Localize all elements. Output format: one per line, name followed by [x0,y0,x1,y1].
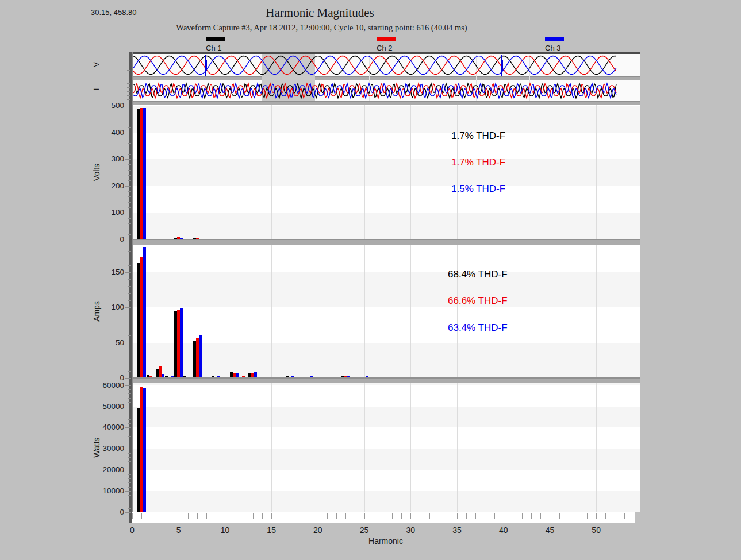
y-major-tick [125,407,131,407]
voltage-waveform [132,54,640,76]
x-tick [504,513,504,519]
voltage-strip-label: V [92,56,101,74]
y-minor-tick [128,466,131,466]
y-major-tick [125,427,131,428]
y-minor-tick [128,504,131,504]
y-minor-tick [128,482,131,483]
x-axis-title: Harmonic [351,536,420,546]
y-minor-tick [128,436,131,437]
waveform-cursor-handle-1[interactable] [205,60,207,71]
capture-subtitle: Waveform Capture #3, Apr 18 2012, 12:00:… [0,23,643,33]
current-waveform [132,80,640,101]
y-minor-tick [128,335,131,336]
x-tick [151,513,151,519]
x-tick-label: 0 [121,526,144,535]
y-major-tick [125,449,131,449]
amps-bar-h5-ch3 [180,308,183,378]
x-tick [141,513,142,519]
amps-bar-h1-ch1 [137,263,140,378]
x-tick [475,513,476,519]
chart-baseline [133,377,640,378]
y-minor-tick [128,419,131,420]
amps-bar-h7-ch1 [193,341,196,378]
x-tick [160,513,160,519]
y-major-tick [125,512,131,513]
y-minor-tick [128,138,131,138]
y-minor-tick [128,286,131,287]
strip-y-tick [127,87,130,88]
volts-chart[interactable] [133,105,640,240]
watts-chart[interactable] [133,383,640,512]
y-minor-tick [128,478,131,479]
x-tick [235,513,235,519]
y-major-tick [125,307,131,308]
y-minor-tick [128,300,131,301]
y-major-tick [125,378,131,379]
y-tick-label: 200 [90,181,124,190]
y-minor-tick [128,207,131,208]
x-tick-label: 50 [585,526,608,535]
y-minor-tick [128,445,131,445]
strip-y-tick [127,70,130,71]
y-minor-tick [128,293,131,294]
y-major-tick [125,159,131,160]
y-tick-label: 10000 [90,486,124,495]
x-tick [170,513,170,519]
x-tick [410,513,411,519]
waveform-cursor-handle-2[interactable] [501,60,503,71]
y-minor-tick [128,474,131,475]
y-minor-tick [128,495,131,496]
watts-bars [133,383,640,512]
watts-bar-h1-ch3 [143,388,146,512]
y-minor-tick [128,117,131,117]
y-minor-tick [128,223,131,224]
y-tick-label: 0 [90,508,124,516]
amps-chart[interactable] [133,245,640,378]
y-major-tick [125,272,131,273]
amps-bar-h5-ch2 [177,310,180,378]
y-minor-tick [128,364,131,364]
y-tick-label: 0 [90,235,124,244]
volts-bars [133,105,640,240]
x-tick [132,513,133,519]
x-tick [345,513,346,519]
y-minor-tick [128,393,131,394]
y-minor-tick [128,265,131,266]
x-tick [281,513,281,519]
x-tick-label: 30 [399,526,422,535]
x-tick [253,513,254,519]
strip-y-tick [127,95,130,96]
y-major-tick [125,240,131,240]
amps-bar-h3-ch1 [156,369,159,378]
x-tick [271,513,272,519]
amps-bar-h1-ch2 [140,257,143,378]
y-minor-tick [128,149,131,149]
chart-baseline [133,512,640,512]
x-tick [197,513,198,519]
x-tick [494,513,495,519]
y-major-tick [125,491,131,492]
chart-baseline [133,239,640,240]
y-minor-tick [128,191,131,192]
x-tick [392,513,393,519]
y-minor-tick [128,329,131,329]
y-minor-tick [128,180,131,181]
x-tick [559,513,560,519]
y-major-tick [125,133,131,133]
x-tick [374,513,374,519]
x-tick [290,513,290,519]
y-major-tick [125,343,131,343]
thd-annotation-volts-ch2: 1.7% THD-F [451,157,505,168]
y-minor-tick [128,111,131,111]
x-tick [401,513,402,519]
y-tick-label: 20000 [90,465,124,474]
y-minor-tick [128,432,131,432]
y-minor-tick [128,423,131,424]
x-tick [225,513,225,519]
y-tick-label: 50 [90,338,124,347]
y-minor-tick [128,143,131,144]
y-minor-tick [128,461,131,462]
y-minor-tick [128,389,131,390]
y-minor-tick [128,122,131,122]
x-tick [569,513,569,519]
